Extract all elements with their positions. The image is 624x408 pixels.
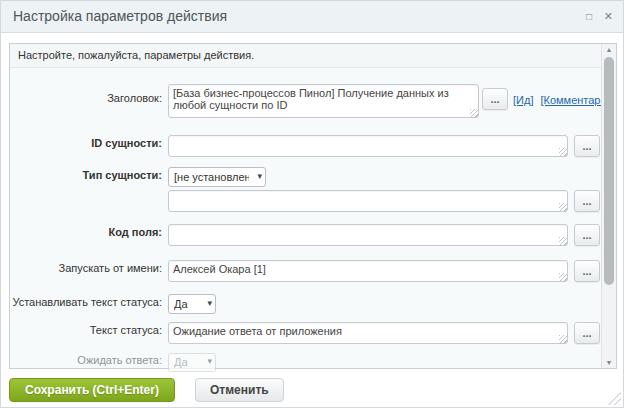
form-scrollbar[interactable]: ▲ ▼ (601, 44, 616, 368)
entity-type-more-button[interactable]: ... (574, 190, 600, 212)
wait-answer-select-wrap: Да ▾ (168, 352, 216, 371)
field-label-entity-id: ID сущности: (10, 137, 162, 149)
field-label-wait-answer: Ожидать ответа: (10, 354, 162, 366)
instruction-text: Настройте, пожалуйста, параметры действи… (10, 44, 601, 68)
status-text-more-button[interactable]: ... (574, 322, 600, 344)
entity-type-select[interactable]: [не установлено] (168, 167, 266, 187)
set-status-select[interactable]: Да (168, 294, 216, 314)
field-label-run-as: Запускать от имени: (10, 262, 162, 274)
wait-answer-select: Да (168, 353, 216, 372)
field-code-textarea[interactable] (168, 224, 568, 246)
field-label-set-status-text: Устанавливать текст статуса: (10, 296, 162, 308)
entity-id-more-button[interactable]: ... (574, 135, 600, 157)
action-settings-dialog: Настройка параметров действия □ ✕ Настро… (0, 0, 624, 408)
field-label-entity-type: Тип сущности: (10, 169, 162, 181)
entity-id-textarea[interactable] (168, 135, 568, 157)
field-label-status-text: Текст статуса: (10, 324, 162, 336)
cancel-button[interactable]: Отменить (195, 378, 284, 402)
title-textarea[interactable]: [База бизнес-процессов Пинол] Получение … (168, 84, 479, 118)
entity-type-select-wrap: [не установлено] ▾ (168, 167, 266, 187)
scrollbar-thumb[interactable] (604, 57, 614, 285)
save-button[interactable]: Сохранить (Ctrl+Enter) (9, 378, 175, 402)
run-as-textarea[interactable]: Алексей Окара [1] (168, 260, 568, 282)
scroll-up-arrow-icon[interactable]: ▲ (602, 46, 616, 53)
scroll-down-arrow-icon[interactable]: ▼ (602, 359, 616, 366)
close-icon[interactable]: ✕ (604, 1, 613, 32)
resize-grip-icon[interactable] (606, 390, 621, 405)
dialog-titlebar: Настройка параметров действия □ ✕ (1, 1, 623, 33)
dialog-content: Настройте, пожалуйста, параметры действи… (9, 43, 617, 369)
status-text-textarea[interactable]: Ожидание ответа от приложения (168, 322, 568, 344)
maximize-icon[interactable]: □ (586, 1, 592, 32)
field-label-title: Заголовок: (10, 92, 162, 104)
title-more-button[interactable]: ... (482, 88, 508, 110)
id-link[interactable]: [Ид] (513, 94, 533, 106)
field-code-more-button[interactable]: ... (574, 224, 600, 246)
field-label-field-code: Код поля: (10, 226, 162, 238)
run-as-more-button[interactable]: ... (574, 260, 600, 282)
set-status-select-wrap: Да ▾ (168, 294, 216, 314)
entity-type-textarea[interactable] (168, 190, 568, 212)
dialog-title: Настройка параметров действия (13, 1, 227, 32)
